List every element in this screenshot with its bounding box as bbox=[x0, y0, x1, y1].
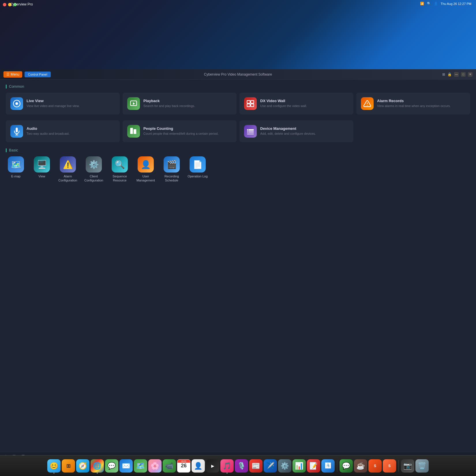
people-counting-text: People Counting Count people that entere… bbox=[143, 126, 219, 136]
dock-contacts[interactable]: 👤 bbox=[192, 459, 205, 473]
playback-card[interactable]: Playback Search for and play back record… bbox=[123, 93, 237, 115]
control-panel-tab[interactable]: Control Panel bbox=[25, 72, 51, 77]
view-item[interactable]: 🖥️ View bbox=[32, 156, 52, 178]
app1-icon: S bbox=[374, 464, 376, 468]
dock-app2[interactable]: S bbox=[383, 459, 396, 473]
dock-coffee[interactable]: ☕ bbox=[354, 459, 367, 473]
live-view-title: Live View bbox=[27, 99, 80, 103]
close-button[interactable] bbox=[3, 3, 6, 6]
basic-section-label: Basic bbox=[9, 148, 18, 152]
facetime-icon: 📹 bbox=[165, 462, 174, 470]
alarm-records-card[interactable]: Alarm Records View alarms in real time w… bbox=[356, 93, 470, 115]
sequence-resource-icon: 🔍 bbox=[112, 156, 128, 173]
dock-numbers[interactable]: 📊 bbox=[293, 459, 306, 473]
dock-calendar[interactable]: AUG 26 bbox=[177, 459, 190, 473]
app-titlebar: ☰ Menu Control Panel Cyberview Pro Video… bbox=[0, 69, 476, 80]
titlebar-right: ⊞ 🔒 — □ ✕ bbox=[442, 72, 473, 77]
finder-dot bbox=[53, 473, 55, 474]
basic-section-header: Basic bbox=[6, 148, 470, 152]
svg-rect-15 bbox=[247, 129, 254, 131]
live-view-card[interactable]: Live View View live video and manage liv… bbox=[6, 93, 120, 115]
svg-rect-4 bbox=[247, 101, 250, 103]
menu-button[interactable]: ☰ Menu bbox=[3, 71, 22, 78]
user-icon: 👤 bbox=[434, 2, 438, 5]
close-win-button[interactable]: ✕ bbox=[468, 72, 473, 77]
mail-icon: ✉️ bbox=[122, 462, 130, 470]
common-row1: Live View View live video and manage liv… bbox=[6, 93, 470, 115]
systemprefs-icon: ⚙️ bbox=[280, 462, 289, 470]
dock-testflight[interactable]: ✈️ bbox=[264, 459, 277, 473]
alarm-config-item[interactable]: ⚠️ Alarm Configuration bbox=[58, 156, 78, 183]
svg-rect-5 bbox=[251, 101, 254, 103]
dock-appletv[interactable]: ▶ bbox=[206, 459, 219, 473]
people-counting-desc: Count people that entered/left during a … bbox=[143, 132, 219, 136]
testflight-icon: ✈️ bbox=[266, 462, 275, 470]
messages-icon: 💬 bbox=[107, 462, 116, 470]
appstore-icon: 🅰 bbox=[325, 462, 331, 469]
finder-icon: 😊 bbox=[50, 462, 58, 470]
view-label: View bbox=[38, 174, 45, 178]
maps-icon: 🗺️ bbox=[136, 462, 145, 470]
dock-app1[interactable]: S bbox=[368, 459, 382, 473]
emap-item[interactable]: 🗺️ E-map bbox=[6, 156, 26, 178]
dock-news[interactable]: 📰 bbox=[249, 459, 263, 473]
common-section-header: Common bbox=[6, 84, 470, 89]
chrome-dot bbox=[97, 473, 98, 474]
people-counting-card[interactable]: People Counting Count people that entere… bbox=[123, 120, 237, 142]
alarm-records-title: Alarm Records bbox=[377, 99, 451, 103]
emap-label: E-map bbox=[11, 174, 20, 178]
operation-log-item[interactable]: 📄 Operation Log bbox=[188, 156, 208, 178]
maximize-win-button[interactable]: □ bbox=[461, 72, 466, 77]
device-management-card[interactable]: Device Management Add, edit, delete and … bbox=[239, 120, 353, 142]
section-bar bbox=[6, 85, 7, 89]
chrome-icon: 🌐 bbox=[93, 462, 102, 470]
common-row2: Audio Two-way audio and broadcast. Peopl… bbox=[6, 120, 470, 142]
dock-safari[interactable]: 🧭 bbox=[76, 459, 89, 473]
dx-video-wall-text: DX Video Wall Use and configure the vide… bbox=[260, 99, 307, 108]
svg-rect-6 bbox=[247, 104, 250, 106]
basic-icons-grid: 🗺️ E-map 🖥️ View ⚠️ Alarm Configuration … bbox=[6, 156, 470, 183]
dock-chrome[interactable]: 🌐 bbox=[91, 459, 104, 473]
alarm-records-text: Alarm Records View alarms in real time w… bbox=[377, 99, 451, 108]
photos-icon: 🌸 bbox=[151, 462, 159, 470]
search-icon[interactable]: 🔍 bbox=[427, 2, 431, 5]
dock-photos[interactable]: 🌸 bbox=[148, 459, 162, 473]
dock-messages[interactable]: 💬 bbox=[105, 459, 118, 473]
dock-wechat[interactable]: 💬 bbox=[340, 459, 353, 473]
audio-card[interactable]: Audio Two-way audio and broadcast. bbox=[6, 120, 120, 142]
dock-podcasts[interactable]: 🎙️ bbox=[235, 459, 248, 473]
dock-finder[interactable]: 😊 bbox=[47, 459, 61, 473]
operation-log-icon: 📄 bbox=[190, 156, 206, 173]
client-config-label: Client Configuration bbox=[84, 174, 104, 183]
app2-icon: S bbox=[388, 464, 391, 468]
dock-pages[interactable]: 📝 bbox=[307, 459, 320, 473]
device-management-icon bbox=[244, 125, 257, 138]
dx-video-wall-title: DX Video Wall bbox=[260, 99, 307, 103]
dock-photobooth[interactable]: 📷 bbox=[401, 459, 414, 473]
user-management-item[interactable]: 👤 User Management bbox=[136, 156, 156, 183]
coffee-icon: ☕ bbox=[356, 462, 365, 470]
people-counting-icon bbox=[127, 125, 140, 138]
dock-appstore[interactable]: 🅰 bbox=[321, 459, 335, 473]
dock-music[interactable]: 🎵 bbox=[220, 459, 234, 473]
dx-video-wall-card[interactable]: DX Video Wall Use and configure the vide… bbox=[239, 93, 353, 115]
mac-titlebar: Cyberview Pro 📶 🔍 👤 Thu Aug 26 12:27 PM bbox=[0, 0, 476, 75]
music-icon: 🎵 bbox=[223, 462, 231, 470]
device-management-desc: Add, edit, delete and configure devices. bbox=[260, 132, 316, 136]
dock-mail[interactable]: ✉️ bbox=[119, 459, 133, 473]
launchpad-icon: ⊞ bbox=[66, 463, 71, 469]
dock-launchpad[interactable]: ⊞ bbox=[62, 459, 75, 473]
emap-icon: 🗺️ bbox=[8, 156, 24, 173]
sequence-resource-item[interactable]: 🔍 Sequence Resource bbox=[110, 156, 130, 183]
dock-facetime[interactable]: 📹 bbox=[163, 459, 176, 473]
dx-video-wall-icon bbox=[244, 97, 257, 110]
svg-rect-17 bbox=[247, 133, 254, 135]
dock-systemprefs[interactable]: ⚙️ bbox=[278, 459, 291, 473]
dock-trash[interactable]: 🗑️ bbox=[415, 459, 429, 473]
mac-dock: 😊 ⊞ 🧭 🌐 💬 ✉️ 🗺️ 🌸 📹 AUG 26 👤 bbox=[0, 455, 476, 476]
client-config-item[interactable]: ⚙️ Client Configuration bbox=[84, 156, 104, 183]
minimize-win-button[interactable]: — bbox=[454, 72, 459, 77]
dock-maps[interactable]: 🗺️ bbox=[134, 459, 147, 473]
recording-schedule-item[interactable]: 🎬 Recording Schedule bbox=[162, 156, 182, 183]
titlebar-left: ☰ Menu Control Panel bbox=[3, 71, 51, 78]
